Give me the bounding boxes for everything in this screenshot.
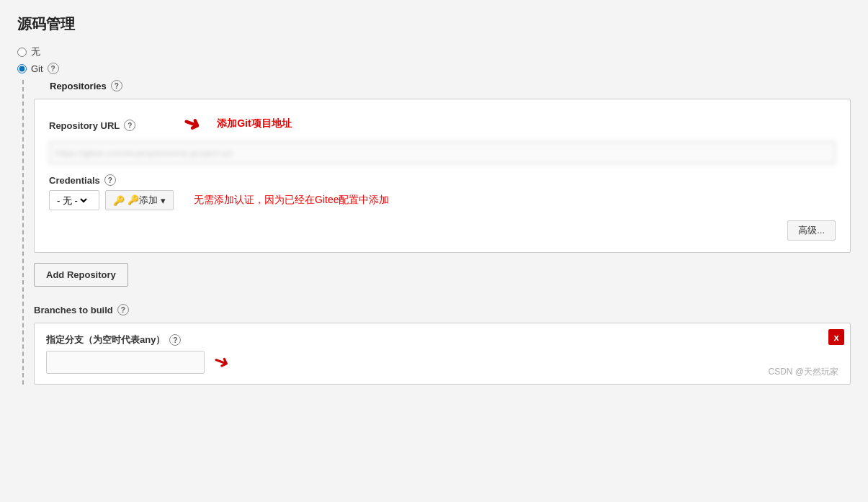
branch-card: x 指定分支（为空时代表any） ? */master ➜ CSDN @天然玩家 xyxy=(34,323,851,385)
credentials-select[interactable]: - 无 - xyxy=(54,194,89,207)
credentials-annotation-text: 无需添加认证，因为已经在Gitee配置中添加 xyxy=(194,194,389,207)
key-icon: 🔑 xyxy=(113,195,125,206)
radio-git[interactable] xyxy=(17,64,27,73)
advanced-btn-row: 高级... xyxy=(49,220,836,241)
credentials-select-wrapper[interactable]: - 无 - xyxy=(49,190,99,210)
repositories-section-label: Repositories ? xyxy=(50,80,851,91)
branch-specifier-label: 指定分支（为空时代表any） ? xyxy=(46,333,838,346)
radio-row-none: 无 xyxy=(17,45,851,58)
branches-help-icon[interactable]: ? xyxy=(117,304,129,315)
watermark-text: CSDN @天然玩家 xyxy=(768,366,838,378)
branch-arrow-icon: ➜ xyxy=(210,351,232,374)
branch-specifier-help-icon[interactable]: ? xyxy=(169,334,181,346)
repositories-help-icon[interactable]: ? xyxy=(111,80,122,91)
branches-label-text: Branches to build xyxy=(34,305,113,315)
dropdown-arrow-icon: ▾ xyxy=(161,195,166,206)
page-container: 源码管理 无 Git ? Repositories ? Repository U… xyxy=(0,0,868,502)
credentials-label: Credentials ? xyxy=(49,174,836,186)
radio-none-label: 无 xyxy=(31,45,40,58)
radio-git-label: Git xyxy=(31,63,43,74)
repositories-label-text: Repositories xyxy=(50,81,107,91)
repo-url-input[interactable] xyxy=(49,141,836,164)
credentials-add-button[interactable]: 🔑 🔑添加 ▾ xyxy=(105,190,174,210)
page-title: 源码管理 xyxy=(17,14,851,34)
add-btn-label: 🔑添加 xyxy=(127,194,158,207)
repo-url-help-icon[interactable]: ? xyxy=(124,120,135,131)
radio-group: 无 Git ? xyxy=(17,45,851,74)
repo-url-label-text: Repository URL xyxy=(49,120,120,131)
radio-none[interactable] xyxy=(17,48,27,57)
repo-url-label: Repository URL ? ➜ 添加Git项目地址 xyxy=(49,114,836,137)
radio-row-git: Git ? xyxy=(17,63,851,74)
repository-card: Repository URL ? ➜ 添加Git项目地址 Credentials… xyxy=(34,99,851,253)
git-section: Repositories ? Repository URL ? ➜ 添加Git项… xyxy=(22,80,851,385)
branch-input[interactable]: */master xyxy=(46,351,205,374)
credentials-field: Credentials ? - 无 - 🔑 🔑添加 ▾ 无需添加认证，因为已经在 xyxy=(49,174,836,210)
git-help-icon[interactable]: ? xyxy=(48,63,59,74)
url-arrow-icon: ➜ xyxy=(180,112,202,136)
branch-delete-button[interactable]: x xyxy=(828,329,844,345)
repo-url-field: Repository URL ? ➜ 添加Git项目地址 xyxy=(49,114,836,164)
add-repository-button[interactable]: Add Repository xyxy=(34,263,128,287)
credentials-row: - 无 - 🔑 🔑添加 ▾ 无需添加认证，因为已经在Gitee配置中添加 xyxy=(49,190,836,210)
branch-specifier-label-text: 指定分支（为空时代表any） xyxy=(46,333,165,346)
advanced-button[interactable]: 高级... xyxy=(787,220,836,241)
branch-input-row: */master ➜ xyxy=(46,351,838,374)
url-annotation-wrapper: ➜ 添加Git项目地址 xyxy=(183,114,291,134)
credentials-help-icon[interactable]: ? xyxy=(104,174,116,186)
url-annotation-text: 添加Git项目地址 xyxy=(217,117,291,130)
branches-section: Branches to build ? x 指定分支（为空时代表any） ? *… xyxy=(34,304,851,385)
credentials-label-text: Credentials xyxy=(49,175,100,186)
branches-label: Branches to build ? xyxy=(34,304,851,315)
